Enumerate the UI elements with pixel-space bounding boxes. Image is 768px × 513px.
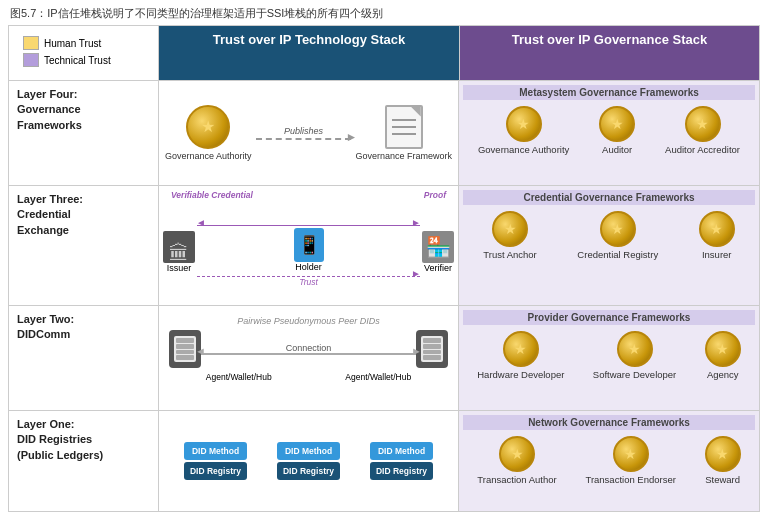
pairwise-label: Pairwise Pseudonymous Peer DIDs — [169, 316, 448, 326]
governance-framework-doc — [385, 105, 423, 149]
coin-transaction-author — [499, 436, 535, 472]
gov-stack-header: Trust over IP Governance Stack — [459, 25, 760, 81]
did-method-2: DID Method — [277, 442, 340, 460]
layer-three-tech: Verifiable Credential Proof 🏛 Issuer — [159, 186, 459, 306]
coin-trust-anchor — [492, 211, 528, 247]
transaction-author-label: Transaction Author — [477, 474, 556, 485]
did-registry-1: DID Registry — [184, 462, 247, 480]
tech-stack-header: Trust over IP Technology Stack — [158, 25, 459, 81]
connection-line: Connection — [201, 343, 416, 355]
agent-label-right: Agent/Wallet/Hub — [345, 372, 411, 382]
credential-gov-header: Credential Governance Frameworks — [463, 190, 755, 205]
layer-two-tech: Pairwise Pseudonymous Peer DIDs Connecti… — [159, 306, 459, 411]
verifier-icon: 🏪 — [422, 231, 454, 263]
insurer-icon: Insurer — [699, 211, 735, 260]
publishes-arrow: Publishes — [252, 126, 356, 140]
proof-label: Proof — [424, 190, 446, 200]
vc-label: Verifiable Credential — [171, 190, 253, 200]
caption: 图5.7：IP信任堆栈说明了不同类型的治理框架适用于SSI堆栈的所有四个级别 — [0, 0, 768, 25]
auditor-icon: Auditor — [599, 106, 635, 155]
layer-two-gov: Provider Governance Frameworks Hardware … — [459, 306, 759, 411]
issuer-label: Issuer — [167, 263, 192, 273]
auditor-accreditor-label: Auditor Accreditor — [665, 144, 740, 155]
governance-authority-label: Governance Authority — [165, 151, 252, 162]
holder-label: Holder — [295, 262, 322, 272]
trust-anchor-label: Trust Anchor — [483, 249, 537, 260]
credential-registry-label: Credential Registry — [577, 249, 658, 260]
steward-icon: Steward — [705, 436, 741, 485]
coin-credential-registry — [600, 211, 636, 247]
agent-label-left: Agent/Wallet/Hub — [206, 372, 272, 382]
trust-anchor-icon: Trust Anchor — [483, 211, 537, 260]
provider-gov-header: Provider Governance Frameworks — [463, 310, 755, 325]
layer-one-label: Layer One:DID Registries(Public Ledgers) — [9, 411, 159, 511]
issuer-area: 🏛 Issuer — [163, 231, 195, 273]
transaction-endorser-label: Transaction Endorser — [585, 474, 675, 485]
agency-label: Agency — [707, 369, 739, 380]
did-method-3: DID Method — [370, 442, 433, 460]
human-trust-legend: Human Trust — [23, 36, 144, 50]
hardware-dev-icon: Hardware Developer — [477, 331, 564, 380]
did-registry-3: DID Registry — [370, 462, 433, 480]
did-block-1: DID Method DID Registry — [184, 442, 247, 480]
auditor-label: Auditor — [602, 144, 632, 155]
issuer-icon: 🏛 — [163, 231, 195, 263]
legend-area: Human Trust Technical Trust — [8, 25, 158, 81]
coin-steward — [705, 436, 741, 472]
metasystem-header: Metasystem Governance Frameworks — [463, 85, 755, 100]
did-block-2: DID Method DID Registry — [277, 442, 340, 480]
coin-gov-auth — [506, 106, 542, 142]
layer-three-gov: Credential Governance Frameworks Trust A… — [459, 186, 759, 306]
auditor-accreditor-icon: Auditor Accreditor — [665, 106, 740, 155]
technical-trust-legend: Technical Trust — [23, 53, 144, 67]
gov-auth-icon-label: Governance Authority — [478, 144, 569, 155]
layer-one-tech: DID Method DID Registry DID Method DID R… — [159, 411, 459, 511]
coin-hardware-dev — [503, 331, 539, 367]
governance-authority-box: Governance Authority — [165, 105, 252, 162]
insurer-label: Insurer — [702, 249, 732, 260]
holder-area: ◄ ► 📱 Holder ► Trust — [195, 217, 422, 287]
did-block-3: DID Method DID Registry — [370, 442, 433, 480]
software-dev-label: Software Developer — [593, 369, 676, 380]
agency-icon: Agency — [705, 331, 741, 380]
transaction-author-icon: Transaction Author — [477, 436, 556, 485]
layer-two-label: Layer Two:DIDComm — [9, 306, 159, 411]
verifier-area: 🏪 Verifier — [422, 231, 454, 273]
trust-arrow-label: Trust — [299, 277, 318, 287]
did-method-1: DID Method — [184, 442, 247, 460]
governance-authority-coin — [186, 105, 230, 149]
hardware-dev-label: Hardware Developer — [477, 369, 564, 380]
coin-auditor-accreditor — [685, 106, 721, 142]
gov-auth-icon-1: Governance Authority — [478, 106, 569, 155]
coin-software-dev — [617, 331, 653, 367]
layer-four-tech: Governance Authority Publishes Governanc… — [159, 81, 459, 186]
steward-label: Steward — [705, 474, 740, 485]
governance-framework-box: Governance Framework — [355, 105, 452, 162]
layer-four-gov: Metasystem Governance Frameworks Governa… — [459, 81, 759, 186]
coin-transaction-endorser — [613, 436, 649, 472]
coin-insurer — [699, 211, 735, 247]
coin-auditor — [599, 106, 635, 142]
layer-four-label: Layer Four:GovernanceFrameworks — [9, 81, 159, 186]
coin-agency — [705, 331, 741, 367]
holder-icon: 📱 — [294, 228, 324, 262]
network-gov-header: Network Governance Frameworks — [463, 415, 755, 430]
verifier-label: Verifier — [424, 263, 452, 273]
software-dev-icon: Software Developer — [593, 331, 676, 380]
layer-one-gov: Network Governance Frameworks Transactio… — [459, 411, 759, 511]
layer-three-label: Layer Three:CredentialExchange — [9, 186, 159, 306]
did-registry-2: DID Registry — [277, 462, 340, 480]
credential-registry-icon: Credential Registry — [577, 211, 658, 260]
transaction-endorser-icon: Transaction Endorser — [585, 436, 675, 485]
governance-framework-label: Governance Framework — [355, 151, 452, 162]
